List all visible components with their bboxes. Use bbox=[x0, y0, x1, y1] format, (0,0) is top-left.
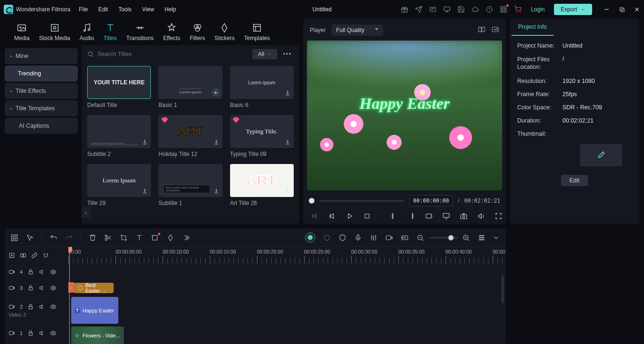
mute-icon[interactable] bbox=[39, 269, 45, 275]
mute-icon[interactable] bbox=[39, 330, 45, 336]
title-thumb[interactable]: Lorem Ipsum bbox=[87, 164, 151, 197]
support-icon[interactable] bbox=[486, 6, 493, 13]
sidebar-item-ai-captions[interactable]: AI Captions bbox=[5, 118, 78, 134]
eye-icon[interactable] bbox=[50, 285, 57, 291]
timeline-ruler[interactable]: 00:0000:00:05:0000:00:10:0000:00:15:0000… bbox=[68, 247, 506, 264]
window-maximize-icon[interactable] bbox=[619, 6, 625, 13]
title-card[interactable]: YOUR TITLE HERE Default Title bbox=[87, 66, 151, 108]
eye-icon[interactable] bbox=[50, 269, 57, 275]
mark-in-icon[interactable] bbox=[390, 212, 398, 220]
add-icon[interactable]: + bbox=[212, 88, 220, 97]
ratio-icon[interactable] bbox=[425, 212, 433, 220]
edit-button[interactable]: Edit bbox=[561, 175, 588, 186]
options-chev-icon[interactable] bbox=[492, 234, 500, 242]
compare-view-icon[interactable] bbox=[478, 25, 486, 35]
thumbnail-edit-box[interactable] bbox=[580, 144, 622, 166]
scrub-track[interactable] bbox=[319, 200, 404, 202]
title-thumb[interactable]: Lorem ipsum bbox=[230, 66, 294, 99]
audio-clip[interactable]: Best Easter ... bbox=[74, 283, 114, 293]
filter-dropdown[interactable]: All bbox=[252, 49, 277, 59]
search-input[interactable] bbox=[98, 51, 248, 57]
download-icon[interactable] bbox=[284, 89, 291, 97]
sidebar-item-mine[interactable]: ▸Mine bbox=[5, 48, 78, 64]
download-icon[interactable] bbox=[213, 187, 220, 195]
menu-file[interactable]: File bbox=[79, 6, 88, 13]
title-card[interactable]: lorem ipsum dolor sit amet consectetur S… bbox=[158, 164, 222, 206]
shield-icon[interactable] bbox=[339, 234, 347, 242]
title-thumb[interactable]: ART bbox=[158, 115, 222, 148]
cloud-icon[interactable] bbox=[471, 6, 479, 13]
ai-enhance-icon[interactable] bbox=[323, 234, 331, 242]
lock-icon[interactable] bbox=[27, 285, 34, 291]
split-icon[interactable] bbox=[104, 234, 112, 242]
tab-effects[interactable]: Effects bbox=[163, 23, 180, 41]
preview-viewport[interactable]: Happy Easter bbox=[307, 41, 502, 190]
mic-icon[interactable] bbox=[354, 234, 362, 242]
menu-tools[interactable]: Tools bbox=[118, 6, 132, 13]
title-card[interactable]: Lorem Ipsum Title 29 bbox=[87, 164, 151, 206]
track-3[interactable]: ‹ Best Easter ... bbox=[68, 280, 506, 296]
download-icon[interactable] bbox=[284, 138, 291, 146]
track-view-icon[interactable] bbox=[478, 234, 486, 242]
export-button[interactable]: Export bbox=[554, 4, 592, 15]
screen-icon[interactable] bbox=[442, 212, 450, 220]
quality-dropdown[interactable]: Full Quality bbox=[331, 25, 383, 36]
add-track-icon[interactable] bbox=[8, 252, 15, 259]
menu-edit[interactable]: Edit bbox=[99, 6, 108, 13]
step-back-icon[interactable] bbox=[328, 212, 336, 220]
download-icon[interactable] bbox=[141, 187, 149, 195]
save-icon[interactable] bbox=[457, 6, 465, 13]
eye-icon[interactable] bbox=[50, 303, 57, 310]
title-thumb[interactable]: Lorem ipsum+ bbox=[158, 66, 222, 99]
download-icon[interactable] bbox=[284, 187, 291, 195]
message-icon[interactable] bbox=[429, 6, 437, 13]
mixer-icon[interactable] bbox=[370, 234, 378, 242]
collapse-sidebar-icon[interactable]: ‹ bbox=[82, 207, 91, 218]
title-thumb[interactable]: Typing Title. bbox=[230, 115, 294, 148]
crop-zoom-icon[interactable] bbox=[151, 234, 159, 242]
title-thumb[interactable]: lorem ipsum dolor sit amet consectetur bbox=[158, 164, 222, 197]
tab-stock-media[interactable]: Stock Media bbox=[39, 23, 70, 41]
sidebar-item-title-effects[interactable]: ▸Title Effects bbox=[5, 83, 78, 99]
lock-icon[interactable] bbox=[27, 269, 34, 275]
window-minimize-icon[interactable] bbox=[603, 6, 610, 13]
project-info-tab[interactable]: Project Info bbox=[512, 19, 553, 36]
apps-icon[interactable] bbox=[500, 6, 507, 13]
more-menu-icon[interactable]: ••• bbox=[281, 51, 294, 57]
track-area[interactable]: 00:0000:00:05:0000:00:10:0000:00:15:0000… bbox=[68, 247, 506, 344]
title-card[interactable]: ART Holiday Title 12 bbox=[158, 115, 222, 157]
tab-audio[interactable]: Audio bbox=[80, 23, 94, 41]
tab-templates[interactable]: Templates bbox=[244, 23, 270, 41]
title-thumb[interactable]: YOUR TITLE HERE bbox=[87, 66, 151, 99]
tab-filters[interactable]: Filters bbox=[190, 23, 205, 41]
search-box[interactable] bbox=[87, 51, 248, 57]
gift-icon[interactable] bbox=[401, 6, 408, 13]
menu-help[interactable]: Help bbox=[165, 6, 176, 13]
current-time[interactable]: 00:00:00:00 bbox=[409, 195, 453, 206]
redo-icon[interactable] bbox=[65, 234, 73, 242]
sidebar-item-title-templates[interactable]: ▸Title Templates bbox=[5, 100, 78, 116]
track-1[interactable]: Flowers - Vide... bbox=[68, 325, 506, 344]
sidebar-item-trending[interactable]: Trending bbox=[5, 66, 78, 82]
snapshot-preview-icon[interactable] bbox=[491, 25, 499, 35]
zoom-control[interactable] bbox=[416, 234, 470, 242]
video-clip[interactable]: Flowers - Vide... bbox=[71, 327, 124, 344]
prev-frame-icon[interactable] bbox=[311, 212, 319, 220]
cart-icon[interactable] bbox=[514, 6, 521, 13]
fullscreen-icon[interactable] bbox=[495, 212, 503, 220]
menu-view[interactable]: View bbox=[142, 6, 154, 13]
play-icon[interactable] bbox=[346, 212, 354, 220]
lock-icon[interactable] bbox=[27, 303, 34, 310]
record-icon[interactable] bbox=[385, 234, 393, 242]
send-icon[interactable] bbox=[415, 6, 422, 13]
text-tool-icon[interactable] bbox=[135, 234, 143, 242]
ai-assistant-icon[interactable] bbox=[305, 232, 315, 243]
undo-icon[interactable] bbox=[50, 234, 58, 242]
track-2[interactable]: Happy Easter bbox=[68, 296, 506, 325]
zoom-slider[interactable] bbox=[429, 237, 457, 238]
stop-icon[interactable] bbox=[363, 212, 371, 220]
zoom-in-icon[interactable] bbox=[462, 234, 470, 242]
magnet-icon[interactable] bbox=[42, 252, 49, 259]
link-track-icon[interactable] bbox=[31, 252, 38, 259]
window-close-icon[interactable] bbox=[634, 6, 640, 13]
